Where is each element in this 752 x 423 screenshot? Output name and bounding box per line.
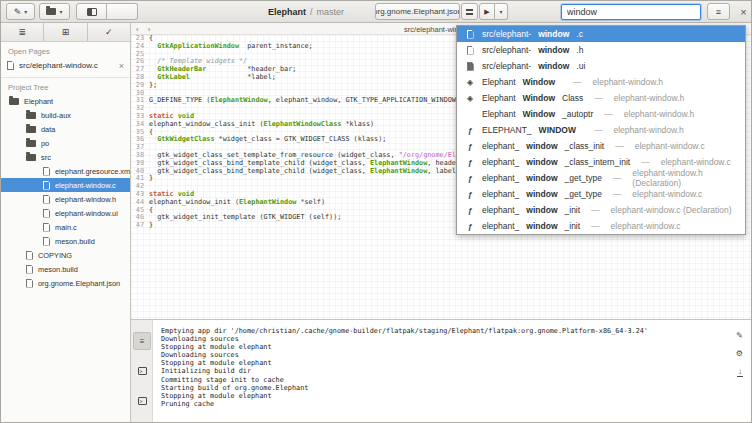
build-output-tab[interactable]: ≡ (133, 332, 151, 350)
build-manifest-button[interactable]: org.gnome.Elephant.json (375, 3, 460, 20)
folder-icon (26, 140, 36, 147)
tree-item[interactable]: COPYING (1, 248, 130, 262)
search-result-item[interactable]: ƒelephant_window_get_type—elephant-windo… (457, 186, 745, 202)
run-button[interactable]: ▶ (479, 3, 495, 20)
tree-item[interactable]: build-aux (1, 108, 130, 122)
code-line-text: G_DEFINE_TYPE (ElephantWindow, elephant_… (149, 97, 460, 105)
window-close-button[interactable]: × (734, 1, 752, 23)
code-token: *label; (190, 73, 276, 81)
todo-view-button[interactable]: ✓ (88, 23, 130, 41)
file-icon (7, 61, 14, 70)
header-bar: ✎ ▾ ▾ Elephant / master org.gnome.Elepha… (1, 1, 751, 23)
panel-left-icon (87, 8, 97, 16)
build-preferences-button[interactable] (461, 3, 478, 20)
run-options-button[interactable]: ▾ (495, 3, 508, 20)
tree-item[interactable]: data (1, 122, 130, 136)
build-output-log[interactable]: Emptying app dir '/home/christian/.cache… (161, 327, 729, 408)
search-input[interactable] (561, 4, 701, 20)
search-result-item[interactable]: ƒelephant_window_init—elephant-window.c … (457, 202, 745, 218)
manifest-label: org.gnome.Elephant.json (375, 7, 460, 16)
project-tree: Elephantbuild-auxdataposrcelephant.greso… (1, 94, 130, 290)
tree-item[interactable]: meson.build (1, 262, 130, 276)
code-token: }; (149, 81, 157, 89)
open-document-button[interactable]: ▾ (39, 3, 70, 20)
search-result-item[interactable]: src/elephant-window.c (457, 26, 745, 42)
tree-item-label: meson.build (38, 265, 78, 274)
result-text: _init (565, 205, 581, 215)
file-icon (465, 30, 475, 39)
function-icon: ƒ (465, 126, 475, 135)
file-icon (465, 46, 475, 55)
search-result-item[interactable]: ◈ElephantWindow—elephant-window.h (457, 74, 745, 90)
tree-item[interactable]: elephant-window.h (1, 192, 130, 206)
file-icon (43, 195, 50, 204)
search-result-item[interactable]: ƒelephant_window_get_type—elephant-windo… (457, 170, 745, 186)
tree-view-button[interactable]: ⊞ (44, 23, 87, 41)
clear-log-button[interactable]: ✎ (736, 332, 743, 340)
search-result-item[interactable]: ƒELEPHANT_WINDOW—elephant-window.h (457, 122, 745, 138)
search-result-item[interactable]: ◈ElephantWindowClass—elephant-window.h (457, 90, 745, 106)
code-token: { (149, 206, 153, 214)
code-line-text: elephant_window_init (ElephantWindow *se… (149, 199, 325, 207)
tree-item[interactable]: elephant.gresource.xml (1, 164, 130, 178)
file-icon (467, 46, 474, 55)
search-result-item[interactable]: ƒelephant_window_class_init—elephant-win… (457, 138, 745, 154)
result-text: src/elephant- (482, 29, 531, 39)
file-icon (43, 223, 50, 232)
save-log-button[interactable]: ↓ (737, 368, 743, 376)
tree-item[interactable]: elephant-window.c (1, 178, 130, 192)
tree-item[interactable]: meson.build (1, 234, 130, 248)
left-sidebar: ≣ ⊞ ✓ Open Pages src/elephant-window.c ×… (1, 23, 131, 422)
result-text: _class_init (565, 141, 605, 151)
result-text: .c (576, 29, 583, 39)
search-result-item[interactable]: src/elephant-window.ui (457, 58, 745, 74)
toggle-bottom-panel-button[interactable] (107, 3, 138, 20)
tree-item[interactable]: src (1, 150, 130, 164)
tree-item[interactable]: elephant-window.ui (1, 206, 130, 220)
code-token: G_DEFINE_TYPE ( (149, 96, 210, 104)
menu-button[interactable]: ≡ (707, 3, 730, 20)
open-page-item[interactable]: src/elephant-window.c × (1, 58, 130, 73)
result-text: Elephant (482, 77, 516, 87)
checkmark-icon: ✓ (105, 27, 113, 37)
build-output-line: Downloading sources (161, 335, 729, 343)
pages-icon: ≣ (18, 27, 26, 37)
runtime-terminal-tab[interactable]: >_ (133, 392, 151, 410)
build-output-line: Committing stage init to cache (161, 376, 729, 384)
terminal-tab[interactable]: >_ (133, 362, 151, 380)
tree-item[interactable]: main.c (1, 220, 130, 234)
function-icon: ƒ (468, 174, 472, 183)
code-line-text: gtk_widget_class_bind_template_child (wi… (149, 168, 464, 176)
code-token: ElephantWindow (210, 96, 267, 104)
result-match: window (526, 189, 557, 199)
code-token: *header_bar; (206, 65, 296, 73)
file-icon (26, 279, 33, 288)
tree-item[interactable]: org.gnome.Elephant.json (1, 276, 130, 290)
file-icon (43, 237, 50, 246)
tree-item[interactable]: po (1, 136, 130, 150)
code-token: } (149, 221, 153, 229)
toggle-left-panel-button[interactable] (76, 3, 107, 20)
class-icon: ◈ (465, 94, 475, 103)
result-separator: — (590, 93, 607, 103)
close-page-icon[interactable]: × (119, 61, 124, 71)
tree-item-label: po (41, 139, 49, 148)
code-token: static (149, 190, 174, 198)
code-token: ElephantWindow (370, 167, 427, 175)
title-separator: / (310, 7, 313, 17)
result-separator: — (587, 205, 604, 215)
perspective-selector-button[interactable]: ✎ ▾ (6, 3, 35, 20)
folder-icon (26, 126, 36, 133)
build-log-icon: ≡ (140, 337, 145, 346)
bottom-panel: ≡ >_ >_ Emptying app dir '/home/christia… (131, 319, 751, 422)
search-result-item[interactable]: ƒelephant_window_init—elephant-window.c (457, 218, 745, 234)
hamburger-menu-icon: ≡ (716, 7, 721, 17)
code-line-text: GtkApplicationWindow parent_instance; (149, 43, 313, 51)
build-settings-button[interactable]: ⚙ (736, 350, 743, 358)
pages-view-button[interactable]: ≣ (1, 23, 44, 41)
search-result-item[interactable]: src/elephant-window.h (457, 42, 745, 58)
tree-item-label: meson.build (55, 237, 95, 246)
tree-item[interactable]: Elephant (1, 94, 130, 108)
code-token: } (149, 174, 153, 182)
search-result-item[interactable]: ElephantWindow_autoptr—elephant-window.h (457, 106, 745, 122)
